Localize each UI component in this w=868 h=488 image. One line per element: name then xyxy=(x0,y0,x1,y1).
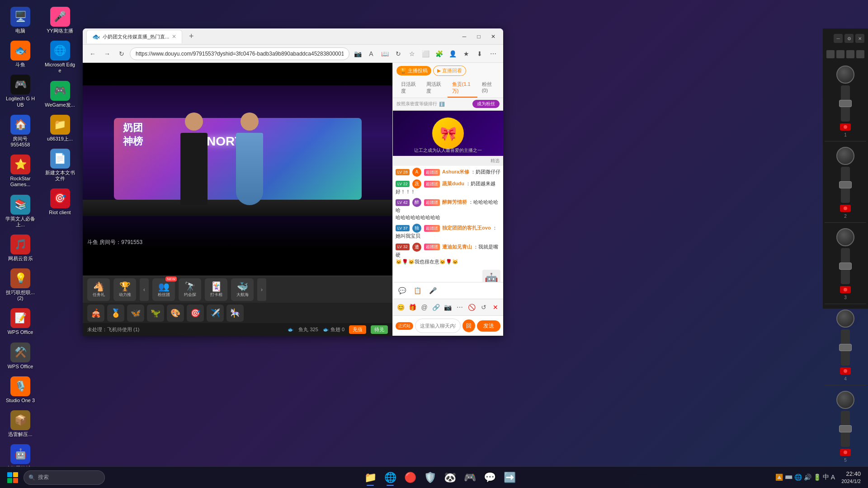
icon-studio[interactable]: 🎙️ Studio One 3 xyxy=(2,374,38,406)
active-tab[interactable]: 🐟 小奶团文化传媒直播_热门直... ✕ xyxy=(86,30,182,43)
mixer-mute-1[interactable] xyxy=(840,123,851,131)
broadcaster-button[interactable]: 🏆 主播投稿 xyxy=(396,66,431,75)
icon-jieya[interactable]: 📦 迅雷解压... xyxy=(2,408,38,440)
taskbar-app-opera[interactable]: 🔴 xyxy=(401,469,419,487)
taskbar-search[interactable]: 🔍 搜索 xyxy=(24,470,105,485)
mixer-fader-area-3[interactable] xyxy=(841,248,850,284)
gift-draw-button[interactable]: 待兑 xyxy=(371,325,388,334)
address-bar[interactable] xyxy=(130,47,349,60)
forward-button[interactable]: → xyxy=(101,47,113,60)
battery-icon[interactable]: 🔋 xyxy=(813,474,821,481)
chevron-up-icon[interactable]: 🔼 xyxy=(775,474,783,481)
at-button[interactable]: @ xyxy=(419,301,429,314)
tab-fans[interactable]: 粉丝(0) xyxy=(477,79,500,98)
mixer-fader-2[interactable] xyxy=(839,181,852,188)
icon-blacksmith[interactable]: ⚒️ WPS Office xyxy=(2,340,38,372)
mixer-fader-5[interactable] xyxy=(839,425,852,432)
menu-button[interactable]: ⋯ xyxy=(487,47,500,60)
link-button[interactable]: 🔗 xyxy=(431,301,441,314)
icon-folder1[interactable]: 📁 u86319上... xyxy=(42,113,78,144)
ban-button[interactable]: 🚫 xyxy=(467,301,476,314)
mixer-knob-5[interactable] xyxy=(836,391,854,409)
icon-textfile[interactable]: 📄 新建文本文书文件 xyxy=(42,146,78,184)
charge-button[interactable]: 充值 xyxy=(349,325,366,334)
gift-boost[interactable]: 🏆 动力推 xyxy=(113,278,136,301)
mixer-close[interactable]: ✕ xyxy=(855,34,864,43)
minimize-button[interactable]: ─ xyxy=(458,30,471,43)
read-button[interactable]: 📖 xyxy=(378,47,391,60)
lang-icon[interactable]: 中 xyxy=(823,473,829,481)
mixer-mute-2[interactable] xyxy=(840,205,851,212)
screenshot-button[interactable]: 📷 xyxy=(351,47,364,60)
mixer-fader-area-4[interactable] xyxy=(841,329,850,366)
volume-icon[interactable]: 🔊 xyxy=(804,474,811,481)
icon-house[interactable]: 🏠 房间号9554558 xyxy=(2,113,38,150)
gift-small-5[interactable]: 🎨 xyxy=(167,305,184,322)
mixer-settings[interactable]: ⚙ xyxy=(844,34,854,43)
icon-riot[interactable]: 🎯 Riot client xyxy=(42,186,78,218)
fan-tag[interactable]: 正式站 xyxy=(396,322,413,330)
taskbar-time[interactable]: 22:40 2024/1/2 xyxy=(838,470,864,485)
icon-netease[interactable]: 🎵 网易云音乐 xyxy=(2,232,38,264)
icon-rockstar[interactable]: ⭐ RockStarGames... xyxy=(2,152,38,190)
gift-small-4[interactable]: 🦖 xyxy=(147,305,164,322)
mixer-knob-3[interactable] xyxy=(836,228,854,246)
send-button[interactable]: 发送 xyxy=(477,320,500,332)
mixer-fader-area-2[interactable] xyxy=(841,167,850,203)
refresh2-button[interactable]: ↻ xyxy=(392,47,405,60)
icon-mycomp[interactable]: 🖥️ 电脑 xyxy=(2,5,38,36)
icon-jiqiao[interactable]: 💡 技巧联想联...(2) xyxy=(2,266,38,304)
icon-wps[interactable]: 📝 WPS Office xyxy=(2,306,38,338)
gift-small-1[interactable]: 🎪 xyxy=(87,305,104,322)
gift-explore[interactable]: 🔭 约会探 xyxy=(179,278,201,301)
mixer-mute-3[interactable] xyxy=(840,286,851,293)
share-button[interactable]: ⬜ xyxy=(419,47,432,60)
back-button[interactable]: ← xyxy=(86,47,99,60)
mixer-fader-area-5[interactable] xyxy=(841,411,850,447)
star-button[interactable]: ☆ xyxy=(406,47,418,60)
taskbar-app-arrow[interactable]: ➡️ xyxy=(500,469,519,487)
gift-small-7[interactable]: ✈️ xyxy=(207,305,224,322)
chat-icon-mic[interactable]: 🎤 xyxy=(426,284,439,297)
mixer-fader-1[interactable] xyxy=(839,100,852,107)
extensions-button[interactable]: 🧩 xyxy=(433,47,445,60)
gift-bar-button[interactable]: 🎁 xyxy=(407,301,417,314)
taskbar-app-panda[interactable]: 🐼 xyxy=(441,469,459,487)
refresh-button[interactable]: ↻ xyxy=(115,47,128,60)
network-icon[interactable]: 🌐 xyxy=(794,474,802,481)
tab-close-button[interactable]: ✕ xyxy=(172,33,176,40)
maximize-button[interactable]: □ xyxy=(472,30,485,43)
icon-douyu[interactable]: 🐟 斗鱼 xyxy=(2,38,38,70)
replay-button[interactable]: ▶ 直播回看 xyxy=(433,66,466,76)
mixer-knob-4[interactable] xyxy=(836,310,854,328)
become-fan-button[interactable]: 成为粉丝 xyxy=(472,100,500,108)
extra-emoji-button[interactable]: 回 xyxy=(462,319,475,332)
clear-button[interactable]: ✕ xyxy=(491,301,500,314)
input-icon[interactable]: A xyxy=(831,474,835,481)
icon-study[interactable]: 📚 学英文人必备上... xyxy=(2,192,38,230)
more-button[interactable]: ⋯ xyxy=(455,301,465,314)
taskbar-app-game[interactable]: 🎮 xyxy=(461,469,479,487)
new-tab-button[interactable]: + xyxy=(185,30,198,43)
screenshot-chat-button[interactable]: 📷 xyxy=(443,301,453,314)
downloads-button[interactable]: ⬇ xyxy=(473,47,486,60)
icon-wegame[interactable]: 🎮 WeGame发... xyxy=(42,79,78,110)
emoji-smile-button[interactable]: 😊 xyxy=(396,301,406,314)
mixer-mute-5[interactable] xyxy=(840,449,851,456)
tab-weekly[interactable]: 周活跃度 xyxy=(422,79,447,98)
chat-messages[interactable]: LV 28 A 超团团 Ashura米修 ：奶团撒仔仔 LV 22 蔬 超团团 … xyxy=(393,166,503,282)
mixer-fader-3[interactable] xyxy=(839,263,852,270)
icon-edge[interactable]: 🌐 Microsoft Edge xyxy=(42,38,78,76)
mixer-knob-2[interactable] xyxy=(836,147,854,165)
refresh-chat-button[interactable]: ↺ xyxy=(479,301,489,314)
gift-small-2[interactable]: 🏅 xyxy=(107,305,124,322)
taskbar-app-edge[interactable]: 🌐 xyxy=(381,469,399,487)
gift-scroll-right[interactable]: › xyxy=(257,278,266,301)
close-button[interactable]: ✕ xyxy=(487,30,500,43)
gift-small-6[interactable]: 🎯 xyxy=(187,305,204,322)
gift-small-3[interactable]: 🦋 xyxy=(127,305,144,322)
mixer-knob-1[interactable] xyxy=(836,66,854,84)
gift-fan[interactable]: NEW 👥 粉丝团 xyxy=(152,278,175,301)
translate-button[interactable]: A xyxy=(365,47,377,60)
taskbar-app-shield[interactable]: 🛡️ xyxy=(421,469,439,487)
